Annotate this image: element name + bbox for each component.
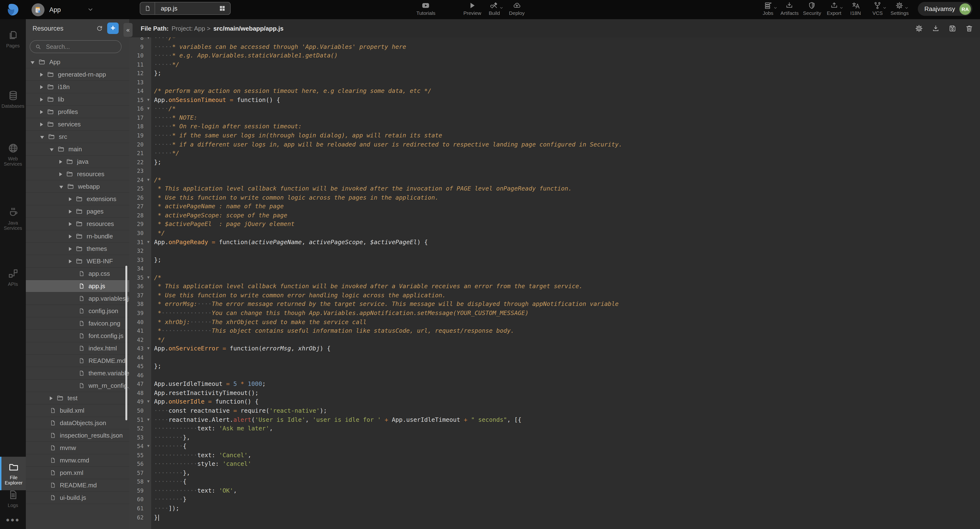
- tree-scrollbar[interactable]: [126, 266, 127, 420]
- topbar-item-security[interactable]: Security: [803, 2, 821, 16]
- code-line[interactable]: 10·····* e.g. App.Variables.staticVariab…: [129, 51, 980, 60]
- topbar-item-artifacts[interactable]: Artifacts: [780, 2, 799, 16]
- topbar-item-tutorials[interactable]: Tutorials: [416, 2, 436, 16]
- code-line[interactable]: 44: [129, 353, 980, 362]
- tree-item-favicon.png[interactable]: favicon.png: [26, 317, 129, 330]
- code-line[interactable]: 26 * Use this function to write common l…: [129, 193, 980, 202]
- tree-item-src[interactable]: src: [26, 131, 129, 143]
- code-line[interactable]: 62}: [129, 513, 980, 522]
- tree-item-font.config.js[interactable]: font.config.js: [26, 330, 129, 342]
- code-line[interactable]: 40 * xhrObj:······The xhrObject used to …: [129, 318, 980, 327]
- code-line[interactable]: 48App.resetInactivityTimeout();: [129, 389, 980, 398]
- topbar-item-preview[interactable]: Preview: [463, 2, 481, 16]
- fold-arrow-icon[interactable]: ▼: [145, 105, 151, 113]
- tree-item-main[interactable]: main: [26, 143, 129, 156]
- code-line[interactable]: 55············text: 'Cancel',: [129, 451, 980, 460]
- sidebar-item-java-services[interactable]: Java Services: [0, 207, 26, 231]
- code-line[interactable]: 58▼········{: [129, 478, 980, 486]
- code-line[interactable]: 16▼····/*: [129, 105, 980, 113]
- code-line[interactable]: 15▼App.onSessionTimeout = function() {: [129, 96, 980, 105]
- expand-arrow-icon[interactable]: [40, 85, 43, 89]
- code-line[interactable]: 53········},: [129, 433, 980, 442]
- chevron-down-icon[interactable]: [87, 6, 94, 13]
- tree-item-webapp[interactable]: webapp: [26, 180, 129, 193]
- code-line[interactable]: 9·····* variables can be accessed throug…: [129, 42, 980, 51]
- download-icon[interactable]: [932, 24, 940, 32]
- code-line[interactable]: 8▼····/*: [129, 37, 980, 42]
- expand-arrow-icon[interactable]: [40, 73, 43, 76]
- sidebar-item-apis[interactable]: APIs: [0, 268, 26, 287]
- topbar-item-export[interactable]: Export: [827, 2, 842, 16]
- tree-item-readme.md[interactable]: README.md: [26, 479, 129, 492]
- collapse-arrow-icon[interactable]: [30, 61, 35, 64]
- tree-item-readme.md[interactable]: README.md: [26, 355, 129, 367]
- code-line[interactable]: 30 */: [129, 229, 980, 238]
- tree-item-wm_rn_config.js[interactable]: wm_rn_config.js: [26, 380, 129, 392]
- tree-item-services[interactable]: services: [26, 118, 129, 131]
- fold-arrow-icon[interactable]: ▼: [145, 442, 151, 451]
- code-line[interactable]: 43▼App.onServiceError = function(errorMs…: [129, 344, 980, 353]
- delete-icon[interactable]: [965, 24, 973, 32]
- tree-item-profiles[interactable]: profiles: [26, 106, 129, 118]
- code-line[interactable]: 32: [129, 247, 980, 255]
- tree-item-theme.variables.less[interactable]: theme.variables.less: [26, 367, 129, 380]
- tree-item-app.variables.js[interactable]: app.variables.js: [26, 293, 129, 305]
- collapse-arrow-icon[interactable]: [59, 185, 63, 188]
- expand-arrow-icon[interactable]: [69, 247, 72, 251]
- add-resource-button[interactable]: +: [107, 22, 119, 34]
- fold-arrow-icon[interactable]: ▼: [145, 478, 151, 486]
- code-line[interactable]: 51▼····reactnative.Alert.alert('User is …: [129, 415, 980, 424]
- code-line[interactable]: 57········},: [129, 469, 980, 478]
- code-line[interactable]: 42 */: [129, 335, 980, 344]
- topbar-item-jobs[interactable]: Jobs: [763, 2, 773, 16]
- search-input[interactable]: [45, 43, 116, 51]
- refresh-icon[interactable]: [96, 24, 103, 32]
- code-line[interactable]: 47App.userIdleTimeout = 5 * 1000;: [129, 380, 980, 389]
- code-line[interactable]: 45};: [129, 362, 980, 371]
- code-line[interactable]: 37 * Use this function to write common e…: [129, 291, 980, 300]
- code-line[interactable]: 35▼/*: [129, 273, 980, 282]
- tree-item-generated-rn-app[interactable]: generated-rn-app: [26, 69, 129, 81]
- expand-arrow-icon[interactable]: [59, 172, 62, 176]
- fold-arrow-icon[interactable]: ▼: [145, 96, 151, 105]
- sidebar-item-databases[interactable]: Databases: [0, 90, 26, 109]
- tree-item-resources[interactable]: resources: [26, 218, 129, 230]
- expand-arrow-icon[interactable]: [69, 234, 72, 238]
- tree-item-app[interactable]: App: [26, 56, 129, 69]
- expand-arrow-icon[interactable]: [50, 396, 52, 400]
- topbar-item-settings[interactable]: Settings: [891, 2, 909, 16]
- open-file-tab[interactable]: app.js: [140, 2, 231, 15]
- collapse-arrow-icon[interactable]: [50, 148, 54, 151]
- code-line[interactable]: 18·····* On re-login after session timeo…: [129, 122, 980, 131]
- tree-item-rn-bundle[interactable]: rn-bundle: [26, 230, 129, 243]
- tree-item-app.js[interactable]: app.js: [26, 280, 129, 293]
- code-line[interactable]: 14/* perform any action on session timeo…: [129, 87, 980, 96]
- code-line[interactable]: 11·····*/: [129, 60, 980, 69]
- code-line[interactable]: 50····const reactnative = require('react…: [129, 406, 980, 415]
- more-options-button[interactable]: ●●●: [0, 516, 26, 523]
- code-line[interactable]: 25 * This application level callback fun…: [129, 185, 980, 193]
- user-menu[interactable]: Raajvamsy RA: [918, 2, 972, 16]
- fold-arrow-icon[interactable]: ▼: [145, 415, 151, 424]
- expand-arrow-icon[interactable]: [69, 209, 72, 213]
- expand-arrow-icon[interactable]: [40, 110, 43, 114]
- code-editor[interactable]: 8▼····/*9·····* variables can be accesse…: [129, 37, 980, 529]
- code-line[interactable]: 24▼/*: [129, 176, 980, 185]
- tree-item-resources[interactable]: resources: [26, 168, 129, 180]
- tree-item-lib[interactable]: lib: [26, 93, 129, 106]
- fold-arrow-icon[interactable]: ▼: [145, 37, 151, 42]
- expand-arrow-icon[interactable]: [69, 222, 72, 226]
- fold-arrow-icon[interactable]: ▼: [145, 273, 151, 282]
- sidebar-item-web-services[interactable]: Web Services: [0, 143, 26, 167]
- tree-item-config.json[interactable]: config.json: [26, 305, 129, 317]
- tree-item-java[interactable]: java: [26, 156, 129, 168]
- collapse-panel-button[interactable]: «: [124, 23, 132, 37]
- tab-grid-button[interactable]: [214, 5, 230, 12]
- project-selector[interactable]: App: [32, 0, 61, 19]
- app-logo[interactable]: [0, 0, 26, 19]
- tree-item-pages[interactable]: pages: [26, 206, 129, 218]
- sidebar-item-pages[interactable]: Pages: [0, 30, 26, 48]
- expand-arrow-icon[interactable]: [69, 259, 72, 263]
- code-line[interactable]: 59············text: 'OK',: [129, 486, 980, 495]
- tree-item-app.css[interactable]: app.css: [26, 268, 129, 280]
